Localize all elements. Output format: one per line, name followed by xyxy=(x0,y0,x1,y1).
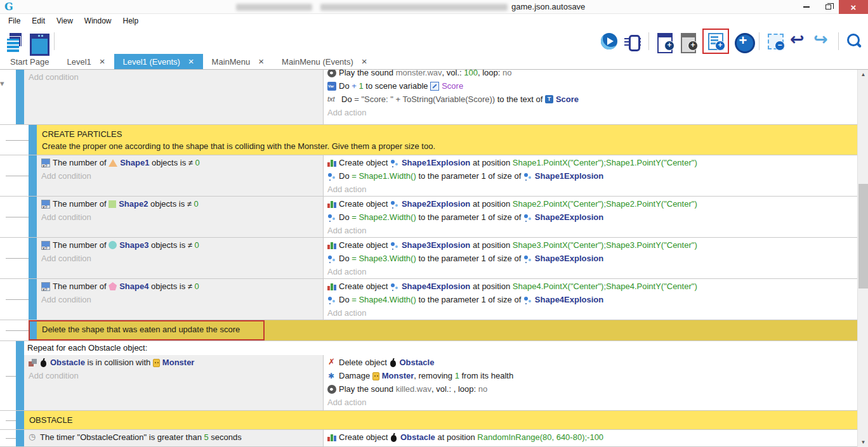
event-selection-bar[interactable] xyxy=(29,197,37,237)
condition-line[interactable]: The number of Shape3 objects is ≠ 0 xyxy=(41,238,323,252)
comment-box[interactable]: CREATE PARTICLESCreate the proper one ac… xyxy=(37,125,857,155)
add-subevent-icon[interactable] xyxy=(679,32,698,51)
add-condition-link[interactable]: Add condition xyxy=(29,369,323,382)
close-button[interactable]: × xyxy=(839,0,868,14)
tab-close-icon[interactable] xyxy=(258,56,264,67)
menu-edit[interactable]: Edit xyxy=(26,16,51,25)
text-segment: Score xyxy=(442,81,463,91)
text-segment: Monster xyxy=(162,358,195,367)
tab-close-icon[interactable] xyxy=(100,56,105,67)
add-action-link[interactable]: Add action xyxy=(327,306,857,320)
event-selection-bar[interactable] xyxy=(29,155,37,196)
action-line[interactable]: Damage Monster, removing 1 from its heal… xyxy=(327,369,857,382)
add-action-link[interactable]: Add action xyxy=(327,224,857,237)
toolbar-separator xyxy=(54,32,55,50)
undo-icon[interactable] xyxy=(789,32,808,51)
text-segment: 1 xyxy=(455,371,459,380)
action-line[interactable]: Do = "Score: " + ToString(Variable(Score… xyxy=(327,93,857,106)
text-segment: = Shape1.Width() xyxy=(352,171,416,181)
action-line[interactable]: Create object Shape4Explosion at positio… xyxy=(327,280,857,293)
event-selection-bar[interactable] xyxy=(16,411,24,429)
condition-line[interactable]: The timer "ObstacleCreation" is greater … xyxy=(29,431,323,444)
action-line[interactable]: Create object Shape1Explosion at positio… xyxy=(327,156,857,169)
particle-icon xyxy=(327,295,336,304)
action-line[interactable]: Play the sound killed.wav, vol.: , loop:… xyxy=(327,382,857,396)
menu-window[interactable]: Window xyxy=(79,16,117,25)
menu-help[interactable]: Help xyxy=(117,16,145,25)
text-segment: Obstacle xyxy=(50,358,85,367)
actions-column: Play the sound monster.wav, vol.: 100, l… xyxy=(324,70,857,124)
action-line[interactable]: Create object Shape3Explosion at positio… xyxy=(327,238,857,252)
action-line[interactable]: Create object Obstacle at position Rando… xyxy=(327,431,857,444)
add-action-link[interactable]: Add action xyxy=(327,265,857,278)
comment-box[interactable]: OBSTACLE xyxy=(24,411,857,429)
action-line[interactable]: Do = Shape1.Width() to the parameter 1 o… xyxy=(327,169,857,183)
event-selection-bar[interactable] xyxy=(29,125,37,155)
text-segment: The number of xyxy=(53,282,109,291)
action-line[interactable]: Do = Shape3.Width() to the parameter 1 o… xyxy=(327,252,857,265)
event-selection-bar[interactable] xyxy=(29,320,37,340)
condition-line[interactable]: The number of Shape1 objects is ≠ 0 xyxy=(41,156,323,169)
add-event-icon[interactable] xyxy=(655,32,674,51)
text-segment: Shape3 xyxy=(119,240,148,250)
collapse-arrow-icon[interactable]: ▾ xyxy=(0,79,4,88)
vertical-scrollbar[interactable] xyxy=(857,70,868,447)
action-line[interactable]: Do = Shape2.Width() to the parameter 1 o… xyxy=(327,211,857,224)
action-line[interactable]: Do + 1 to scene variable Score xyxy=(327,79,857,93)
scroll-up-icon[interactable] xyxy=(858,70,868,79)
menu-file[interactable]: File xyxy=(3,16,26,25)
remove-event-icon[interactable] xyxy=(766,32,785,51)
comment-title: OBSTACLE xyxy=(29,414,852,426)
action-line[interactable]: Create object Shape2Explosion at positio… xyxy=(327,197,857,211)
text-segment: no xyxy=(503,70,511,77)
particle-icon xyxy=(327,213,336,222)
count-icon xyxy=(41,282,50,291)
condition-line[interactable]: The number of Shape2 objects is ≠ 0 xyxy=(41,197,323,211)
add-condition-link[interactable]: Add condition xyxy=(41,169,323,183)
action-line[interactable]: Play the sound monster.wav, vol.: 100, l… xyxy=(327,70,857,79)
add-action-link[interactable]: Add action xyxy=(327,183,857,196)
scrollbar-thumb[interactable] xyxy=(858,184,868,288)
tab-mainmenu[interactable]: MainMenu xyxy=(203,54,273,69)
tab-close-icon[interactable] xyxy=(188,56,194,67)
monster-icon xyxy=(372,372,379,380)
minimize-button[interactable] xyxy=(796,0,817,14)
project-manager-icon[interactable] xyxy=(28,32,47,51)
tab-label: Level1 xyxy=(67,57,91,67)
tab-start-page[interactable]: Start Page xyxy=(1,54,58,69)
debug-icon[interactable] xyxy=(623,32,642,51)
add-action-link[interactable]: Add action xyxy=(327,396,857,409)
add-condition-link[interactable]: Add condition xyxy=(41,252,323,265)
action-line[interactable]: Do = Shape4.Width() to the parameter 1 o… xyxy=(327,293,857,306)
tab-level1-events[interactable]: Level1 (Events) xyxy=(114,54,203,69)
event-selection-bar[interactable] xyxy=(16,341,24,410)
add-action-link[interactable]: Add action xyxy=(327,106,857,119)
condition-line[interactable]: The number of Shape4 objects is ≠ 0 xyxy=(41,280,323,293)
add-condition-link[interactable]: Add condition xyxy=(41,293,323,306)
comment-box[interactable]: Delete the shape that was eaten and upda… xyxy=(37,320,857,340)
toolbar xyxy=(0,28,868,54)
scroll-down-icon[interactable] xyxy=(858,437,868,447)
preview-play-icon[interactable] xyxy=(600,32,619,51)
tab-level1[interactable]: Level1 xyxy=(58,54,114,69)
redo-icon[interactable] xyxy=(813,32,832,51)
tab-mainmenu-events[interactable]: MainMenu (Events) xyxy=(273,54,376,69)
tree-gutter xyxy=(0,155,29,196)
event-selection-bar[interactable] xyxy=(29,279,37,320)
search-icon[interactable] xyxy=(845,32,864,51)
event-selection-bar[interactable] xyxy=(29,238,37,278)
actions-column: Create object Obstacle at position Rando… xyxy=(324,430,857,446)
condition-line[interactable]: Obstacle is in collision with Monster xyxy=(29,356,323,369)
add-condition-link[interactable]: Add condition xyxy=(29,70,323,84)
restore-button[interactable] xyxy=(817,0,839,14)
tab-close-icon[interactable] xyxy=(362,56,367,67)
highlight-annotation-box xyxy=(702,29,729,54)
action-line[interactable]: Delete object Obstacle xyxy=(327,356,857,369)
add-event-list-icon[interactable] xyxy=(706,32,725,51)
open-project-icon[interactable] xyxy=(4,32,23,51)
add-plus-icon[interactable] xyxy=(733,32,753,51)
menu-view[interactable]: View xyxy=(51,16,79,25)
event-selection-bar[interactable] xyxy=(16,430,24,446)
event-selection-bar[interactable] xyxy=(16,70,24,124)
add-condition-link[interactable]: Add condition xyxy=(41,211,323,224)
